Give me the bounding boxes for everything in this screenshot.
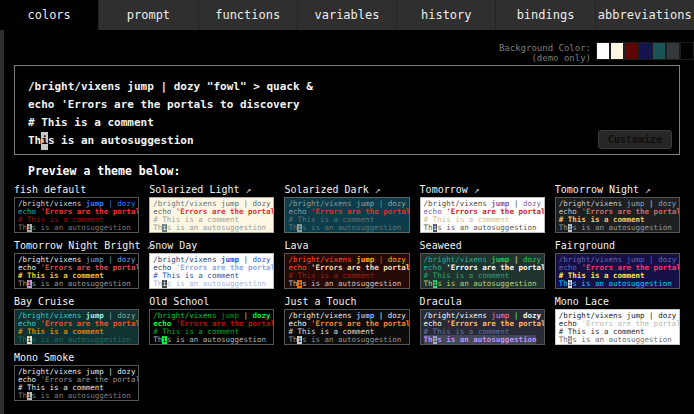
tab-abbreviations[interactable]: abbreviations	[596, 0, 694, 30]
tab-bindings[interactable]: bindings	[496, 0, 595, 30]
theme-card-old-school[interactable]: /bright/vixens jump | dozy "fowl" > quac…	[149, 309, 274, 345]
autosuggestion-token: Th	[424, 223, 433, 232]
theme-name: Snow Day	[149, 240, 197, 251]
background-swatch-3[interactable]	[638, 42, 652, 60]
background-swatch-6[interactable]	[680, 42, 694, 60]
theme-name: Seaweed	[420, 240, 462, 251]
theme-title-mono-smoke: Mono Smoke	[14, 351, 139, 365]
tab-colors[interactable]: colors	[0, 0, 99, 30]
theme-cell-dracula: Dracula/bright/vixens jump | dozy "fowl"…	[420, 295, 545, 345]
customize-button[interactable]: Customize	[598, 130, 672, 149]
terminal-line-autosuggestion: This is an autosuggestion	[424, 336, 541, 344]
background-swatch-1[interactable]	[610, 42, 624, 60]
themes-heading: Preview a theme below:	[28, 164, 694, 178]
theme-title-lava: Lava	[284, 239, 409, 253]
autosuggestion-token: s is an autosuggestion	[572, 279, 671, 288]
theme-card-bay-cruise[interactable]: /bright/vixens jump | dozy "fowl" > quac…	[14, 309, 139, 345]
terminal-line-autosuggestion: This is an autosuggestion	[18, 224, 135, 232]
autosuggestion-token: s is an autosuggestion	[32, 279, 131, 288]
external-link-icon[interactable]: ↗	[639, 184, 651, 195]
theme-title-snow-day: Snow Day	[149, 239, 274, 253]
autosuggestion-token: s is an autosuggestion	[302, 335, 401, 344]
theme-title-tomorrow-night-bright: Tomorrow Night Bright ↗	[14, 239, 139, 253]
theme-card-seaweed[interactable]: /bright/vixens jump | dozy "fowl" > quac…	[420, 253, 545, 289]
error-token: 'Errors are the portals to discovery	[61, 98, 299, 111]
theme-title-fairground: Fairground	[555, 239, 680, 253]
theme-name: Tomorrow Night Bright	[14, 240, 140, 251]
theme-card-lava[interactable]: /bright/vixens jump | dozy "fowl" > quac…	[284, 253, 409, 289]
background-picker: Background Color: (demo only)	[0, 42, 694, 63]
background-swatch-5[interactable]	[666, 42, 680, 60]
cmd-token: jump	[127, 80, 154, 93]
autosuggestion-token: s is an autosuggestion	[302, 223, 401, 232]
tab-functions[interactable]: functions	[199, 0, 298, 30]
tab-prompt[interactable]: prompt	[99, 0, 198, 30]
background-swatch-4[interactable]	[652, 42, 666, 60]
theme-card-solarized-light[interactable]: /bright/vixens jump | dozy "fowl" > quac…	[149, 197, 274, 233]
terminal-line-autosuggestion: This is an autosuggestion	[424, 224, 541, 232]
terminal-line-autosuggestion: This is an autosuggestion	[18, 336, 135, 344]
terminal-line-autosuggestion: This is an autosuggestion	[559, 336, 676, 344]
theme-cell-old-school: Old School/bright/vixens jump | dozy "fo…	[149, 295, 274, 345]
background-color-label: Background Color:	[499, 43, 591, 53]
tab-variables[interactable]: variables	[298, 0, 397, 30]
tab-history[interactable]: history	[397, 0, 496, 30]
theme-title-tomorrow-night: Tomorrow Night ↗	[555, 183, 680, 197]
autosuggestion-token: Th	[424, 335, 433, 344]
terminal-line: echo 'Errors are the portals to discover…	[28, 96, 667, 114]
theme-cell-fish-default: fish default/bright/vixens jump | dozy "…	[14, 183, 139, 233]
background-color-label-group: Background Color: (demo only)	[499, 43, 591, 63]
autosuggestion-token: Th	[18, 279, 27, 288]
external-link-icon[interactable]: ↗	[240, 184, 252, 195]
theme-card-tomorrow-night-bright[interactable]: /bright/vixens jump | dozy "fowl" > quac…	[14, 253, 139, 289]
theme-card-tomorrow-night[interactable]: /bright/vixens jump | dozy "fowl" > quac…	[555, 197, 680, 233]
terminal-preview: /bright/vixens jump | dozy "fowl" > quac…	[14, 65, 680, 155]
terminal-line-autosuggestion: This is an autosuggestion	[153, 336, 270, 344]
terminal-line-autosuggestion: This is an autosuggestion	[288, 224, 405, 232]
theme-name: Mono Smoke	[14, 352, 74, 363]
tab-bar: colorspromptfunctionsvariableshistorybin…	[0, 0, 694, 30]
autosuggestion-token: s is an autosuggestion	[302, 279, 401, 288]
background-swatch-2[interactable]	[624, 42, 638, 60]
theme-name: Old School	[149, 296, 209, 307]
terminal-line-autosuggestion: This is an autosuggestion	[153, 224, 270, 232]
theme-title-tomorrow: Tomorrow ↗	[420, 183, 545, 197]
external-link-icon[interactable]: ↗	[369, 184, 381, 195]
theme-name: fish default	[14, 184, 86, 195]
theme-card-solarized-dark[interactable]: /bright/vixens jump | dozy "fowl" > quac…	[284, 197, 409, 233]
cursor-block: i	[41, 132, 48, 150]
theme-card-fish-default[interactable]: /bright/vixens jump | dozy "fowl" > quac…	[14, 197, 139, 233]
theme-cell-seaweed: Seaweed/bright/vixens jump | dozy "fowl"…	[420, 239, 545, 289]
theme-card-just-a-touch[interactable]: /bright/vixens jump | dozy "fowl" > quac…	[284, 309, 409, 345]
theme-title-bay-cruise: Bay Cruise	[14, 295, 139, 309]
theme-card-snow-day[interactable]: /bright/vixens jump | dozy "fowl" > quac…	[149, 253, 274, 289]
theme-title-mono-lace: Mono Lace	[555, 295, 680, 309]
theme-name: Dracula	[420, 296, 462, 307]
theme-name: Tomorrow	[420, 184, 468, 195]
terminal-line-autosuggestion: This is an autosuggestion	[288, 280, 405, 288]
autosuggestion-token: Th	[153, 335, 162, 344]
theme-name: Solarized Light	[149, 184, 239, 195]
theme-cell-bay-cruise: Bay Cruise/bright/vixens jump | dozy "fo…	[14, 295, 139, 345]
autosuggestion-token: s is an autosuggestion	[572, 223, 671, 232]
autosuggestion-token: Th	[288, 335, 297, 344]
theme-cell-just-a-touch: Just a Touch/bright/vixens jump | dozy "…	[284, 295, 409, 345]
theme-name: Solarized Dark	[284, 184, 368, 195]
autosuggestion-token: s is an autosuggestion	[437, 223, 536, 232]
theme-card-mono-lace[interactable]: /bright/vixens jump | dozy "fowl" > quac…	[555, 309, 680, 345]
autosuggestion-token: Th	[153, 279, 162, 288]
theme-card-dracula[interactable]: /bright/vixens jump | dozy "fowl" > quac…	[420, 309, 545, 345]
theme-grid: fish default/bright/vixens jump | dozy "…	[14, 183, 680, 401]
external-link-icon[interactable]: ↗	[468, 184, 480, 195]
theme-card-tomorrow[interactable]: /bright/vixens jump | dozy "fowl" > quac…	[420, 197, 545, 233]
path-token: /bright/vixens	[28, 80, 127, 93]
background-swatch-0[interactable]	[596, 42, 610, 60]
autosuggestion-token: Th	[288, 279, 297, 288]
autosuggestion-token: Th	[559, 335, 568, 344]
theme-cell-tomorrow: Tomorrow ↗/bright/vixens jump | dozy "fo…	[420, 183, 545, 233]
theme-card-mono-smoke[interactable]: /bright/vixens jump | dozy "fowl" > quac…	[14, 365, 139, 401]
theme-card-fairground[interactable]: /bright/vixens jump | dozy "fowl" > quac…	[555, 253, 680, 289]
terminal-line-autosuggestion: This is an autosuggestion	[424, 280, 541, 288]
theme-cell-solarized-dark: Solarized Dark ↗/bright/vixens jump | do…	[284, 183, 409, 233]
left-edge-strip	[0, 30, 4, 414]
